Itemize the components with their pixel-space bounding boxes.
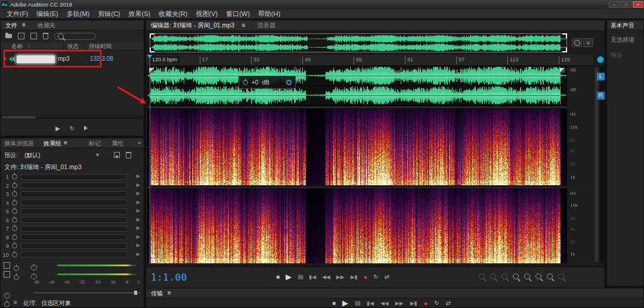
slot-arrow-icon[interactable]: ▶ [137, 242, 140, 248]
menu-clip[interactable]: 剪辑(C) [94, 10, 124, 18]
preset-dropdown-icon[interactable]: ▾ [96, 151, 99, 158]
slot-arrow-icon[interactable]: ▶ [137, 191, 140, 196]
move-to-end-button[interactable]: ▶▮ [410, 300, 417, 306]
slot-arrow-icon[interactable]: ▶ [137, 173, 140, 179]
slot-arrow-icon[interactable]: ▶ [137, 217, 140, 222]
slot-well[interactable] [21, 200, 127, 206]
effect-slot[interactable]: 7▶ [1, 225, 144, 233]
fast-forward-button[interactable]: ▶▶ [336, 274, 345, 280]
loop-indicator-icon[interactable] [597, 56, 604, 63]
effect-slot[interactable]: 4▶ [1, 199, 144, 207]
preset-value[interactable]: (默认) [24, 151, 41, 160]
slot-power-icon[interactable] [12, 174, 17, 179]
range-handle[interactable] [150, 48, 154, 52]
minimize-button[interactable]: – [609, 1, 620, 8]
tab-essential-sound[interactable]: 基本声音 [611, 21, 634, 30]
zoom-full-icon[interactable] [558, 273, 564, 279]
rack-power-icon[interactable] [4, 301, 10, 307]
waveform-canvas[interactable] [147, 86, 566, 105]
slot-power-icon[interactable] [12, 191, 17, 197]
slot-well[interactable] [21, 182, 127, 188]
zoom-out-amplitude-icon[interactable] [547, 273, 553, 279]
mix-slider[interactable] [34, 293, 140, 293]
preview-loop-button[interactable]: ↻ [70, 125, 75, 132]
display-handle-icon[interactable] [560, 68, 565, 73]
waveform-channel-right[interactable] [147, 86, 566, 105]
tab-properties[interactable]: 属性 [112, 139, 123, 148]
tab-mixer[interactable]: 混音器 [257, 21, 276, 30]
output-power-icon[interactable] [14, 275, 19, 280]
menu-favorites[interactable]: 收藏夹(R) [154, 10, 191, 18]
output-gain-knob[interactable] [31, 273, 37, 279]
menu-window[interactable]: 窗口(W) [222, 10, 254, 18]
slot-power-icon[interactable] [12, 226, 17, 231]
column-separator[interactable] [63, 42, 64, 50]
slot-well[interactable] [21, 174, 127, 180]
timeline-ruler[interactable]: 120.0 bpm 17 33 49 65 81 97 113 129 [146, 55, 593, 66]
effect-slot[interactable]: 8▶ [1, 234, 144, 242]
time-display[interactable]: 1:1.00 [151, 272, 187, 283]
process-value[interactable]: 仅选区对象 [41, 299, 71, 307]
slot-arrow-icon[interactable]: ▶ [137, 251, 140, 257]
menu-file[interactable]: 文件(F) [2, 10, 32, 18]
transport-panel-menu-icon[interactable]: ≡ [168, 290, 171, 296]
slot-power-icon[interactable] [12, 209, 17, 214]
tab-editor[interactable]: 编辑器: 刘瑞琦 - 房间_01.mp3 [151, 21, 234, 30]
move-to-end-button[interactable]: ▶▮ [351, 274, 358, 280]
input-gain-knob[interactable] [31, 265, 37, 270]
effect-slot[interactable]: 9▶ [1, 242, 144, 250]
rack-menu-icon[interactable]: ≡ [14, 299, 17, 306]
tab-files[interactable]: 文件 [5, 21, 17, 30]
files-h-scrollbar[interactable] [2, 116, 143, 119]
slot-power-icon[interactable] [12, 235, 17, 240]
zoom-out-time-icon[interactable] [524, 273, 530, 279]
maximize-button[interactable]: □ [621, 1, 631, 8]
move-to-start-button[interactable]: ▮◀ [367, 300, 374, 306]
bpm-indicator[interactable]: 120.0 bpm [150, 56, 180, 63]
volume-hud[interactable]: +0 dB [239, 76, 296, 89]
range-handle[interactable] [562, 33, 567, 38]
rewind-button[interactable]: ◀◀ [380, 300, 389, 306]
stop-button[interactable]: ■ [276, 273, 280, 280]
close-button[interactable]: × [633, 1, 643, 8]
slot-well[interactable] [21, 191, 127, 197]
column-duration[interactable]: 持续时间 [89, 43, 112, 51]
column-status[interactable]: 状态 [67, 43, 79, 51]
effects-panel-menu-icon[interactable]: ≡ [64, 139, 67, 146]
tab-transport[interactable]: 传输 [151, 290, 163, 298]
title-bar[interactable]: Au Adobe Audition CC 2018 – □ × [0, 0, 644, 9]
menu-multitrack[interactable]: 多轨(M) [63, 10, 94, 18]
effect-slot[interactable]: 1▶ [1, 173, 144, 181]
new-item-icon[interactable] [30, 33, 37, 39]
slot-well[interactable] [21, 251, 127, 257]
hud-gain-value[interactable]: +0 [252, 79, 258, 86]
record-button[interactable]: ● [364, 273, 368, 281]
slot-arrow-icon[interactable]: ▶ [137, 208, 140, 213]
tab-media-browser[interactable]: 媒体浏览器 [4, 139, 34, 148]
slot-power-icon[interactable] [12, 217, 17, 223]
overview-menu-button[interactable]: ≡ [583, 38, 593, 47]
import-file-icon[interactable]: ↓ [18, 33, 24, 39]
channel-left-button[interactable]: L [597, 73, 605, 80]
stop-button[interactable]: ■ [332, 300, 336, 306]
overview-options-button[interactable] [572, 38, 582, 47]
slot-well[interactable] [21, 243, 127, 249]
slot-power-icon[interactable] [12, 243, 17, 248]
overview-navigator[interactable] [150, 33, 567, 52]
skip-selection-button[interactable]: ⇄ [385, 273, 389, 280]
spectral-display-right[interactable] [147, 188, 566, 263]
effect-slot[interactable]: 2▶ [1, 182, 144, 190]
pause-button[interactable]: ▮▮ [355, 300, 360, 306]
spectrogram-canvas[interactable] [147, 188, 566, 263]
spectral-display-left[interactable] [147, 109, 566, 185]
speaker-icon[interactable] [84, 126, 90, 130]
tab-markers[interactable]: 标记 [89, 139, 101, 148]
waveform-channel-left[interactable] [147, 66, 566, 86]
sort-asc-icon[interactable]: ↑ [27, 43, 30, 49]
slot-arrow-icon[interactable]: ▶ [137, 200, 140, 205]
pause-button[interactable]: ▮▮ [298, 273, 303, 280]
waveform-canvas[interactable] [147, 66, 566, 85]
skip-selection-button[interactable]: ⇄ [446, 300, 451, 306]
preview-play-button[interactable]: ▶ [55, 125, 60, 132]
play-button[interactable]: ▶ [286, 272, 292, 281]
